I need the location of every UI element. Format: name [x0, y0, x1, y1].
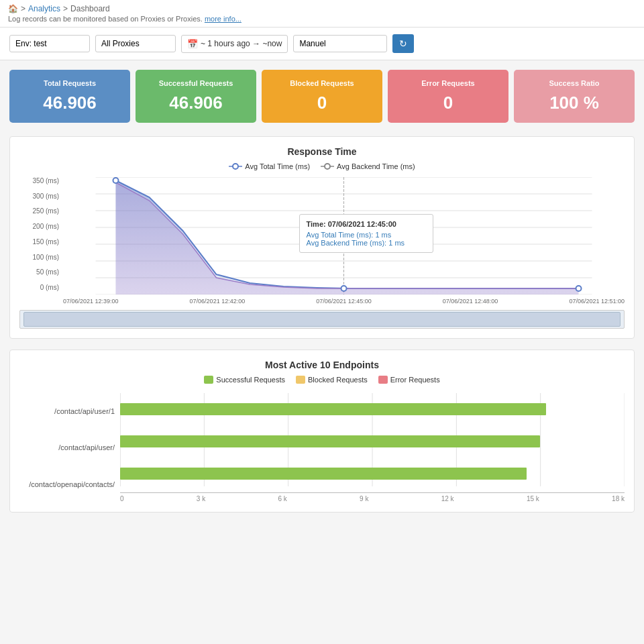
calendar-icon: 📅: [187, 39, 198, 49]
stat-total-label: Total Requests: [16, 79, 123, 87]
date-range-input[interactable]: 📅 ~ 1 hours ago → ~now: [181, 35, 288, 53]
chart-plot: Time: 07/06/2021 12:45:00 Avg Total Time…: [63, 177, 625, 305]
sub-info: Log records can be monitored based on Pr…: [8, 15, 636, 23]
tooltip-total: Avg Total Time (ms): 1 ms: [307, 231, 426, 239]
stat-success-label: Successful Requests: [142, 79, 250, 87]
svg-point-19: [576, 286, 582, 291]
legend-successful: Successful Requests: [204, 376, 285, 384]
x-axis-labels: 07/06/2021 12:39:00 07/06/2021 12:42:00 …: [63, 298, 625, 305]
y-axis: 350 (ms) 300 (ms) 250 (ms) 200 (ms) 150 …: [19, 177, 63, 305]
legend-blocked-label: Blocked Requests: [308, 376, 368, 384]
legend-error: Error Requests: [378, 376, 440, 384]
stat-blocked-requests: Blocked Requests 0: [262, 70, 382, 123]
legend-error-color: [378, 376, 388, 384]
svg-point-0: [233, 164, 238, 169]
chart-tooltip: Time: 07/06/2021 12:45:00 Avg Total Time…: [299, 214, 433, 253]
refresh-button[interactable]: ↻: [392, 34, 414, 53]
legend-successful-label: Successful Requests: [216, 376, 285, 384]
stat-successful-requests: Successful Requests 46.906: [136, 70, 256, 123]
bar-row-3: [120, 458, 625, 490]
tooltip-backend: Avg Backend Time (ms): 1 ms: [307, 239, 426, 247]
response-chart-title: Response Time: [19, 146, 625, 157]
stat-total-requests: Total Requests 46.906: [9, 70, 130, 123]
legend-total-icon: [229, 163, 242, 170]
breadcrumb-sep2: >: [63, 4, 68, 13]
stat-success-ratio: Success Ratio 100 %: [514, 70, 635, 123]
legend-blocked: Blocked Requests: [296, 376, 368, 384]
bar-fill-2: [120, 435, 540, 447]
legend-avg-backend: Avg Backend Time (ms): [321, 162, 415, 170]
x-axis: 0 3 k 6 k 9 k 12 k 15 k 18 k: [120, 492, 625, 502]
legend-successful-color: [204, 376, 213, 384]
bar-fill-1: [120, 403, 546, 415]
stats-row: Total Requests 46.906 Successful Request…: [9, 70, 635, 123]
bar-chart-legend: Successful Requests Blocked Requests Err…: [19, 376, 625, 384]
bar-row-1: [120, 393, 625, 425]
home-icon[interactable]: 🏠: [8, 4, 18, 13]
stat-error-label: Error Requests: [394, 79, 502, 87]
bar-label-1: /contact/api/user/1: [19, 395, 115, 427]
main-content: Total Requests 46.906 Successful Request…: [0, 60, 644, 533]
breadcrumb-sep1: >: [21, 4, 25, 13]
legend-backend-label: Avg Backend Time (ms): [337, 162, 415, 170]
stat-blocked-value: 0: [268, 93, 376, 113]
response-chart-body: 350 (ms) 300 (ms) 250 (ms) 200 (ms) 150 …: [19, 177, 625, 305]
breadcrumb-dashboard: Dashboard: [70, 4, 110, 13]
date-range-text: ~ 1 hours ago → ~now: [201, 39, 282, 48]
svg-point-18: [341, 286, 347, 291]
breadcrumb-analytics[interactable]: Analytics: [28, 4, 60, 13]
stat-blocked-label: Blocked Requests: [268, 79, 376, 87]
tooltip-time: Time: 07/06/2021 12:45:00: [307, 220, 426, 228]
response-time-chart: Response Time Avg Total Time (ms) Avg Ba…: [9, 136, 635, 339]
response-chart-legend: Avg Total Time (ms) Avg Backend Time (ms…: [19, 162, 625, 170]
bar-chart-title: Most Active 10 Endpoints: [19, 360, 625, 370]
bar-rows-area: 0 3 k 6 k 9 k 12 k 15 k 18 k: [120, 393, 625, 502]
legend-blocked-color: [296, 376, 305, 384]
bar-chart-section: Most Active 10 Endpoints Successful Requ…: [9, 350, 635, 513]
chart-scrollbar[interactable]: [19, 310, 625, 329]
legend-backend-icon: [321, 163, 334, 170]
bar-fill-3: [120, 468, 527, 480]
stat-error-value: 0: [394, 93, 502, 113]
legend-error-label: Error Requests: [390, 376, 440, 384]
bar-row-labels: /contact/api/user/1 /contact/api/user/ /…: [19, 393, 120, 502]
stat-error-requests: Error Requests 0: [388, 70, 508, 123]
stat-ratio-label: Success Ratio: [521, 79, 628, 87]
svg-point-3: [325, 164, 330, 169]
legend-avg-total: Avg Total Time (ms): [229, 162, 310, 170]
bar-chart-body: /contact/api/user/1 /contact/api/user/ /…: [19, 393, 625, 502]
stat-ratio-value: 100 %: [521, 93, 628, 113]
breadcrumb: 🏠 > Analytics > Dashboard: [8, 4, 636, 13]
user-select[interactable]: Manuel: [293, 35, 387, 52]
bar-label-3: /contact/openapi/contacts/: [19, 468, 115, 500]
legend-total-label: Avg Total Time (ms): [245, 162, 310, 170]
stat-total-value: 46.906: [16, 93, 123, 113]
scroll-handle[interactable]: [23, 312, 621, 327]
filters-bar: Env: test All Proxies 📅 ~ 1 hours ago → …: [0, 28, 644, 60]
top-bar: 🏠 > Analytics > Dashboard Log records ca…: [0, 0, 644, 28]
svg-point-17: [113, 178, 119, 183]
bar-row-2: [120, 425, 625, 458]
bar-label-2: /contact/api/user/: [19, 431, 115, 464]
env-select[interactable]: Env: test: [9, 35, 90, 52]
proxies-select[interactable]: All Proxies: [95, 35, 176, 52]
more-info-link[interactable]: more info...: [205, 15, 241, 23]
stat-success-value: 46.906: [142, 93, 250, 113]
